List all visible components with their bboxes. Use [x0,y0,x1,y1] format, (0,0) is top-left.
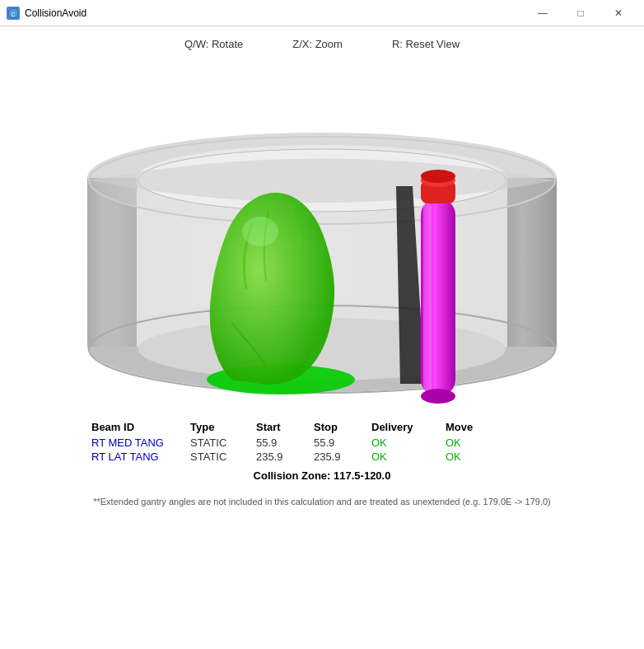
minimize-button[interactable]: — [524,0,562,26]
scene-svg [42,58,602,404]
svg-text:C: C [11,11,15,16]
beam-id-2: RT LAT TANG [91,451,190,463]
col-header-move: Move [446,421,495,433]
data-section: Beam ID Type Start Stop Delivery Move RT… [42,421,602,507]
magenta-cylinder [421,170,455,404]
close-button[interactable]: ✕ [600,0,637,26]
title-bar: C CollisionAvoid — □ ✕ [0,0,644,26]
svg-point-21 [421,170,455,183]
keyboard-hints: Q/W: Rotate Z/X: Zoom R: Reset View [184,26,460,58]
zoom-hint: Z/X: Zoom [292,38,343,50]
window-title: CollisionAvoid [25,7,524,19]
col-header-start: Start [256,421,314,433]
beam-id-1: RT MED TANG [91,437,190,449]
stop-2: 235.9 [314,451,371,463]
type-1: STATIC [190,437,256,449]
move-1: OK [446,437,495,449]
table-header: Beam ID Type Start Stop Delivery Move [42,421,602,433]
col-header-delivery: Delivery [371,421,446,433]
collision-zone: Collision Zone: 117.5-120.0 [42,469,602,482]
window-controls: — □ ✕ [524,0,637,26]
svg-point-15 [242,217,278,246]
app-icon: C [7,7,20,20]
col-header-beam-id: Beam ID [91,421,190,433]
move-2: OK [446,451,495,463]
table-row: RT LAT TANG STATIC 235.9 235.9 OK OK [42,451,602,463]
maximize-button[interactable]: □ [562,0,600,26]
main-content: Q/W: Rotate Z/X: Zoom R: Reset View [0,26,644,649]
start-1: 55.9 [256,437,314,449]
svg-rect-17 [423,203,432,392]
svg-point-20 [421,389,455,404]
reset-hint: R: Reset View [392,38,460,50]
delivery-1: OK [371,437,446,449]
col-header-type: Type [190,421,256,433]
start-2: 235.9 [256,451,314,463]
table-row: RT MED TANG STATIC 55.9 55.9 OK OK [42,437,602,449]
beam-table: Beam ID Type Start Stop Delivery Move RT… [42,421,602,482]
rotate-hint: Q/W: Rotate [184,38,243,50]
delivery-2: OK [371,451,446,463]
stop-1: 55.9 [314,437,371,449]
type-2: STATIC [190,451,256,463]
col-header-stop: Stop [314,421,371,433]
3d-viewport[interactable] [42,58,602,404]
footnote: **Extended gantry angles are not include… [42,497,602,507]
